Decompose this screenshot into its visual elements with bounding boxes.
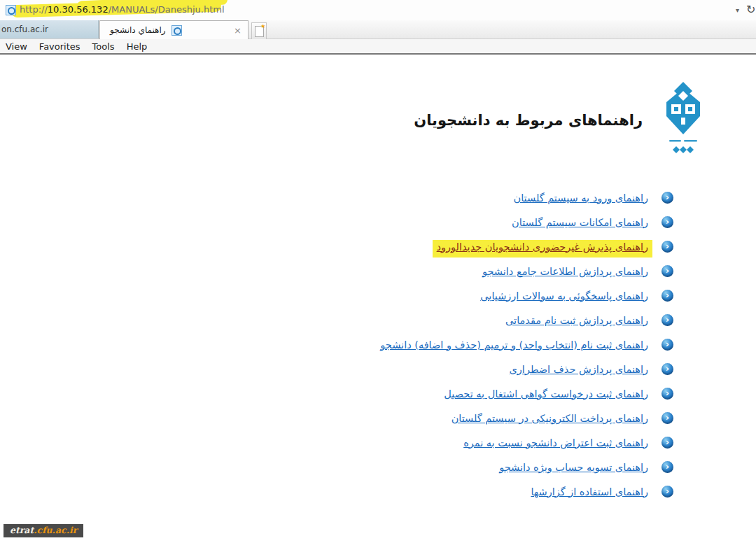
- guide-link[interactable]: راهنمای پذیرش غیرحضوری دانشجویان جدیدالو…: [433, 240, 652, 258]
- guide-link[interactable]: راهنمای استفاده از گزارشها: [531, 486, 648, 498]
- new-tab-button[interactable]: ★: [251, 22, 267, 39]
- chevron-left-bullet-icon[interactable]: ‹: [662, 265, 673, 277]
- tab-strip: on.cfu.ac.ir راهنماي دانشجو × ★: [0, 20, 756, 39]
- guide-link-row: ‹راهنمای پاسخگوئی به سوالات ارزشیابی: [380, 283, 673, 308]
- url-path: /MANUALs/Daneshju.html: [108, 4, 225, 15]
- guide-link[interactable]: راهنمای ثبت اعتراض دانشجو نسبت به نمره: [463, 437, 648, 449]
- address-bar: http://10.30.56.132/MANUALs/Daneshju.htm…: [0, 0, 756, 21]
- chevron-glyph: ‹: [666, 338, 669, 350]
- guide-link[interactable]: راهنمای پاسخگوئی به سوالات ارزشیابی: [480, 290, 648, 302]
- tab-student-guide[interactable]: راهنماي دانشجو ×: [99, 20, 248, 39]
- menu-bar: View Favorites Tools Help: [0, 39, 756, 53]
- chevron-glyph: ‹: [666, 460, 669, 472]
- page-header: راهنماهای مربوط به دانشجویان: [414, 81, 707, 157]
- chevron-glyph: ‹: [666, 485, 669, 497]
- guide-link-row: ‹راهنمای ورود به سیستم گلستان: [380, 185, 673, 210]
- university-logo-icon: [659, 81, 707, 157]
- refresh-icon[interactable]: ↻: [746, 3, 755, 16]
- guide-link[interactable]: راهنمای ثبت نام (انتخاب واحد) و ترمیم (ح…: [380, 339, 648, 351]
- guide-link-row: ‹راهنمای ثبت درخواست گواهی اشتغال به تحص…: [380, 381, 673, 406]
- chevron-glyph: ‹: [666, 216, 669, 227]
- menu-tools[interactable]: Tools: [92, 41, 115, 52]
- page-content: راهنماهای مربوط به دانشجویان: [0, 55, 756, 543]
- guide-link-row: ‹راهنمای پردازش ثبت نام مقدماتی: [380, 308, 673, 332]
- chevron-left-bullet-icon[interactable]: ‹: [662, 241, 673, 253]
- guide-link-row: ‹راهنمای امکانات سیستم گلستان: [380, 210, 673, 234]
- menu-help[interactable]: Help: [127, 41, 148, 52]
- chevron-left-bullet-icon[interactable]: ‹: [662, 339, 673, 351]
- guide-link[interactable]: راهنمای پردازش حذف اضطراری: [510, 364, 648, 375]
- chevron-glyph: ‹: [666, 289, 669, 301]
- guide-link-row: ‹راهنمای پرداخت الکترونیکی در سیستم گلست…: [380, 406, 673, 430]
- guide-link-row: ‹راهنمای تسویه حساب ویژه دانشجو: [380, 455, 673, 479]
- watermark-suffix: .cfu.ac.ir: [34, 525, 77, 535]
- url-scheme: http://: [20, 4, 48, 15]
- menu-view[interactable]: View: [6, 41, 27, 52]
- guide-link[interactable]: راهنمای پرداخت الکترونیکی در سیستم گلستا…: [451, 413, 648, 424]
- favicon-ring: [8, 7, 15, 15]
- guide-link[interactable]: راهنمای پردازش ثبت نام مقدماتی: [505, 315, 648, 326]
- guide-link[interactable]: راهنمای تسویه حساب ویژه دانشجو: [499, 462, 648, 473]
- chevron-left-bullet-icon[interactable]: ‹: [662, 363, 673, 375]
- guide-link-row: ‹راهنمای ثبت اعتراض دانشجو نسبت به نمره: [380, 430, 673, 455]
- chevron-glyph: ‹: [666, 313, 669, 325]
- chevron-left-bullet-icon[interactable]: ‹: [662, 461, 673, 473]
- guide-link-row: ‹راهنمای پردازش اطلاعات جامع دانشجو: [380, 259, 673, 283]
- chevron-left-bullet-icon[interactable]: ‹: [662, 216, 673, 228]
- browser-window: http://10.30.56.132/MANUALs/Daneshju.htm…: [0, 0, 756, 543]
- tab-favicon-icon: [172, 25, 182, 36]
- guide-link[interactable]: راهنمای پردازش اطلاعات جامع دانشجو: [482, 266, 648, 277]
- links-list: ‹راهنمای ورود به سیستم گلستان‹راهنمای ام…: [380, 185, 673, 504]
- guide-link-row: ‹راهنمای استفاده از گزارشها: [380, 479, 673, 504]
- address-dropdown-icon[interactable]: ▾: [736, 6, 739, 14]
- chevron-left-bullet-icon[interactable]: ‹: [662, 486, 673, 498]
- url-domain: 10.30.56.132: [48, 4, 108, 15]
- chevron-left-bullet-icon[interactable]: ‹: [662, 437, 673, 449]
- chevron-glyph: ‹: [666, 265, 669, 276]
- tab-close-icon[interactable]: ×: [234, 26, 241, 35]
- guide-link[interactable]: راهنمای ورود به سیستم گلستان: [514, 192, 648, 204]
- tab-background-page[interactable]: on.cfu.ac.ir: [0, 20, 99, 38]
- url-field[interactable]: http://10.30.56.132/MANUALs/Daneshju.htm…: [20, 4, 225, 15]
- guide-link[interactable]: راهنمای امکانات سیستم گلستان: [512, 217, 648, 228]
- chevron-glyph: ‹: [666, 411, 669, 423]
- menu-favorites[interactable]: Favorites: [39, 41, 80, 52]
- guide-link-row: ‹راهنمای ثبت نام (انتخاب واحد) و ترمیم (…: [380, 332, 673, 357]
- chevron-glyph: ‹: [666, 436, 669, 448]
- chevron-glyph: ‹: [666, 387, 669, 399]
- chevron-left-bullet-icon[interactable]: ‹: [662, 314, 673, 326]
- favicon-ring: [174, 27, 181, 35]
- chevron-glyph: ‹: [666, 362, 669, 374]
- watermark: etrat.cfu.ac.ir: [4, 524, 83, 537]
- chevron-left-bullet-icon[interactable]: ‹: [662, 192, 673, 204]
- tab-title: راهنماي دانشجو: [110, 25, 166, 35]
- new-tab-page-icon: ★: [255, 26, 264, 37]
- watermark-prefix: etrat: [10, 525, 34, 535]
- chevron-glyph: ‹: [666, 240, 669, 252]
- guide-link[interactable]: راهنمای ثبت درخواست گواهی اشتغال به تحصی…: [444, 388, 648, 400]
- chevron-left-bullet-icon[interactable]: ‹: [662, 412, 673, 424]
- guide-link-row: ‹راهنمای پردازش حذف اضطراری: [380, 357, 673, 381]
- chevron-glyph: ‹: [666, 191, 669, 203]
- guide-link-row: ‹راهنمای پذیرش غیرحضوری دانشجویان جدیدال…: [380, 234, 673, 259]
- page-title: راهنماهای مربوط به دانشجویان: [414, 112, 643, 129]
- new-tab-star-icon: ★: [260, 23, 265, 29]
- page-favicon-icon: [6, 5, 16, 15]
- chevron-left-bullet-icon[interactable]: ‹: [662, 388, 673, 400]
- chevron-left-bullet-icon[interactable]: ‹: [662, 290, 673, 302]
